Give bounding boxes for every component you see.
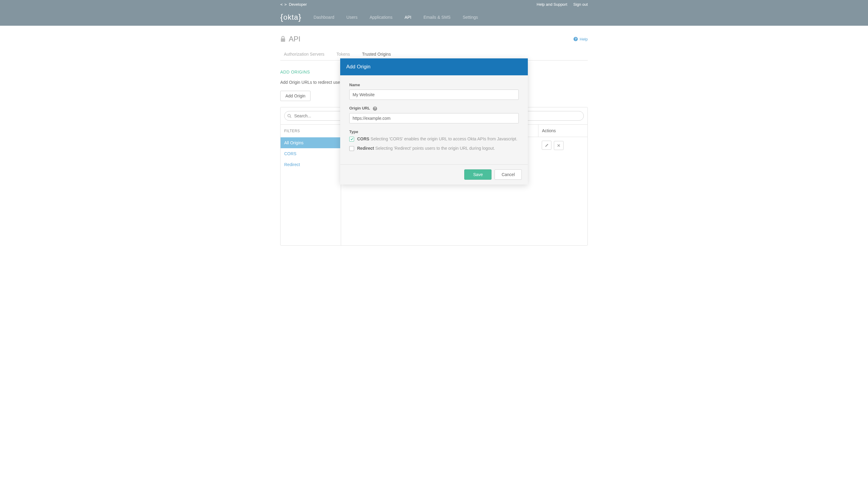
add-origin-button[interactable]: Add Origin bbox=[280, 91, 311, 101]
help-support-link[interactable]: Help and Support bbox=[536, 2, 567, 7]
pencil-icon bbox=[545, 143, 549, 147]
filters-title: FILTERS bbox=[281, 125, 341, 137]
save-button[interactable]: Save bbox=[464, 169, 492, 180]
nav-settings[interactable]: Settings bbox=[463, 15, 478, 20]
svg-point-1 bbox=[288, 114, 290, 117]
cors-checkbox[interactable] bbox=[349, 137, 354, 141]
name-input[interactable] bbox=[349, 90, 519, 100]
signout-link[interactable]: Sign out bbox=[573, 2, 588, 7]
help-link[interactable]: ? Help bbox=[574, 37, 588, 41]
page-title: API bbox=[289, 35, 301, 43]
cancel-button[interactable]: Cancel bbox=[495, 169, 522, 180]
close-icon bbox=[557, 144, 560, 147]
nav-api[interactable]: API bbox=[405, 15, 412, 20]
nav-applications[interactable]: Applications bbox=[370, 15, 393, 20]
tab-authorization-servers[interactable]: Authorization Servers bbox=[284, 52, 324, 57]
navbar: {okta} Dashboard Users Applications API … bbox=[0, 8, 868, 26]
type-label: Type bbox=[349, 129, 519, 134]
origin-url-input[interactable] bbox=[349, 113, 519, 123]
delete-button[interactable] bbox=[554, 141, 563, 150]
help-icon: ? bbox=[574, 37, 578, 41]
add-origin-modal: Add Origin Name Origin URL ? Type CORS S… bbox=[340, 58, 528, 185]
modal-title: Add Origin bbox=[340, 58, 528, 75]
name-label: Name bbox=[349, 83, 519, 87]
filter-cors[interactable]: CORS bbox=[281, 148, 341, 159]
redirect-checkbox[interactable] bbox=[349, 146, 354, 151]
lock-icon bbox=[280, 36, 286, 42]
origin-url-label: Origin URL ? bbox=[349, 106, 519, 111]
svg-rect-0 bbox=[281, 38, 285, 42]
filter-all-origins[interactable]: All Origins bbox=[281, 137, 341, 148]
col-actions: Actions bbox=[538, 125, 587, 137]
topbar: < > Developer Help and Support Sign out bbox=[0, 0, 868, 8]
check-icon bbox=[350, 137, 353, 141]
redirect-option-label: Redirect Selecting 'Redirect' points use… bbox=[357, 146, 495, 151]
filter-redirect[interactable]: Redirect bbox=[281, 159, 341, 170]
tab-tokens[interactable]: Tokens bbox=[337, 52, 350, 57]
nav-dashboard[interactable]: Dashboard bbox=[314, 15, 334, 20]
tab-trusted-origins[interactable]: Trusted Origins bbox=[362, 52, 391, 57]
svg-line-2 bbox=[290, 117, 291, 118]
nav-users[interactable]: Users bbox=[346, 15, 358, 20]
help-icon[interactable]: ? bbox=[373, 106, 377, 111]
code-icon: < > bbox=[280, 2, 286, 7]
developer-link[interactable]: Developer bbox=[289, 2, 307, 7]
logo: {okta} bbox=[280, 12, 302, 22]
nav-emails[interactable]: Emails & SMS bbox=[424, 15, 451, 20]
edit-button[interactable] bbox=[542, 141, 551, 150]
search-icon bbox=[287, 114, 291, 118]
cors-option-label: CORS Selecting 'CORS' enables the origin… bbox=[357, 136, 517, 141]
